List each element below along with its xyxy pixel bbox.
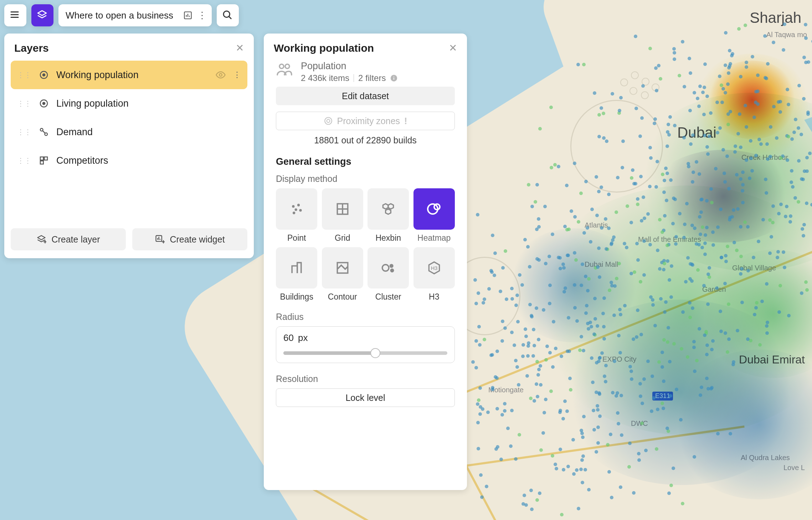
map-label-expo: EXPO City <box>602 355 637 363</box>
display-method-heatmap[interactable] <box>413 188 455 230</box>
search-icon <box>222 9 234 21</box>
project-title-bar: Where to open a business ⋮ <box>58 4 212 26</box>
resolution-label: Resolution <box>276 374 455 384</box>
svg-point-35 <box>325 117 332 124</box>
svg-point-11 <box>43 74 45 76</box>
kebab-icon[interactable]: ⋮ <box>197 11 207 20</box>
hexbin-icon <box>380 201 396 217</box>
map-label-dwc: DWC <box>631 419 648 428</box>
lock-level-button[interactable]: Lock level <box>276 388 455 407</box>
layers-panel-title: Layers <box>14 42 49 54</box>
map-label-altaqwa: Al Taqwa mo <box>766 31 807 39</box>
map-label-atlantis: Atlantis <box>585 221 608 229</box>
layer-name: Demand <box>56 127 241 138</box>
svg-rect-33 <box>394 77 395 80</box>
drag-handle-icon[interactable]: ⋮⋮ <box>17 128 31 136</box>
map-label-mall-emirates: Mall of the Emirates <box>638 235 701 244</box>
search-button[interactable] <box>217 4 239 26</box>
layers-add-icon <box>36 234 46 244</box>
layers-panel: Layers ✕ ⋮⋮Working population⋮⋮⋮Living p… <box>4 34 254 258</box>
svg-point-41 <box>293 211 295 214</box>
kebab-icon[interactable]: ⋮ <box>233 70 241 80</box>
svg-marker-45 <box>383 204 389 209</box>
svg-point-14 <box>43 102 45 104</box>
display-method-cluster-label: Cluster <box>375 292 401 302</box>
display-method-contour-label: Contour <box>328 292 357 302</box>
layer-name: Competitors <box>56 155 241 166</box>
display-method-grid[interactable] <box>322 188 363 230</box>
svg-rect-34 <box>394 76 395 77</box>
builds-count: 18801 out of 22890 builds <box>276 135 455 146</box>
target-icon <box>38 70 49 80</box>
drag-handle-icon[interactable]: ⋮⋮ <box>17 71 31 79</box>
svg-point-30 <box>279 64 284 68</box>
svg-rect-19 <box>44 157 47 160</box>
create-layer-label: Create layer <box>51 234 100 245</box>
layer-row-working-population[interactable]: ⋮⋮Working population⋮ <box>11 61 247 89</box>
widget-add-icon <box>155 234 165 244</box>
map-label-dubai-mall: Dubai Mall <box>585 260 618 269</box>
svg-point-51 <box>382 265 389 271</box>
radius-slider[interactable] <box>283 351 447 355</box>
radius-value[interactable]: 60 <box>283 332 294 343</box>
layer-row-competitors[interactable]: ⋮⋮Competitors <box>11 146 247 175</box>
display-method-cluster[interactable] <box>368 247 409 289</box>
display-method-label: Display method <box>276 174 455 184</box>
close-icon[interactable]: ✕ <box>449 43 457 53</box>
map-label-motiongate: Motiongate <box>488 386 524 394</box>
visibility-icon[interactable] <box>215 70 226 80</box>
display-method-point-label: Point <box>287 233 306 243</box>
general-settings-heading: General settings <box>276 156 455 167</box>
svg-point-40 <box>299 209 302 211</box>
slider-thumb[interactable] <box>370 348 380 358</box>
project-title[interactable]: Where to open a business <box>66 10 178 21</box>
display-method-heatmap-label: Heatmap <box>417 233 451 243</box>
grid-icon <box>38 155 49 166</box>
svg-marker-21 <box>38 236 45 240</box>
menu-button[interactable] <box>4 4 26 26</box>
svg-point-53 <box>391 269 394 272</box>
map-label-creek: Creek Harbour <box>741 153 788 162</box>
close-icon[interactable]: ✕ <box>236 43 244 53</box>
display-method-hexbin[interactable] <box>368 188 409 230</box>
lock-level-label: Lock level <box>345 393 385 403</box>
layer-row-living-population[interactable]: ⋮⋮Living population <box>11 89 247 118</box>
display-method-h3-label: H3 <box>429 292 439 302</box>
map-label-global-village: Global Village <box>732 264 776 272</box>
svg-line-9 <box>229 16 231 19</box>
radius-label: Radius <box>276 312 455 322</box>
chart-icon[interactable] <box>183 11 192 20</box>
layer-row-demand[interactable]: ⋮⋮Demand <box>11 118 247 146</box>
layer-settings-panel: Working population ✕ Population 2 436k i… <box>264 34 467 490</box>
settings-panel-title: Working population <box>274 42 374 54</box>
display-method-buildings[interactable] <box>276 247 317 289</box>
drag-handle-icon[interactable]: ⋮⋮ <box>17 99 31 108</box>
dataset-filters-count: 2 filters <box>358 73 386 83</box>
info-icon[interactable] <box>390 74 398 82</box>
svg-point-12 <box>219 73 222 76</box>
create-widget-label: Create widget <box>170 234 225 245</box>
display-method-contour[interactable] <box>322 247 363 289</box>
create-widget-button[interactable]: Create widget <box>132 228 247 250</box>
layer-name: Working population <box>56 70 208 81</box>
svg-marker-47 <box>386 209 391 214</box>
svg-line-17 <box>42 131 45 133</box>
drag-handle-icon[interactable]: ⋮⋮ <box>17 156 31 165</box>
people-icon <box>276 61 293 78</box>
map-label-dubai-emirates: Dubai Emirat <box>739 353 805 366</box>
layers-toggle-button[interactable] <box>31 4 53 26</box>
cluster-icon <box>380 260 396 276</box>
proximity-zones-button[interactable]: Proximity zones ! <box>276 112 455 130</box>
edit-dataset-button[interactable]: Edit dataset <box>276 87 455 105</box>
display-method-h3[interactable]: H3 <box>413 247 455 289</box>
map-label-e311: E311 <box>652 392 673 401</box>
svg-text:H3: H3 <box>431 265 437 271</box>
dataset-items-count: 2 436k items <box>301 73 349 83</box>
svg-rect-20 <box>40 161 43 164</box>
contour-icon <box>335 260 350 276</box>
display-method-buildings-label: Buildings <box>280 292 313 302</box>
display-method-grid-label: Grid <box>335 233 350 243</box>
display-method-point[interactable] <box>276 188 317 230</box>
links-icon <box>38 127 49 137</box>
create-layer-button[interactable]: Create layer <box>11 228 126 250</box>
